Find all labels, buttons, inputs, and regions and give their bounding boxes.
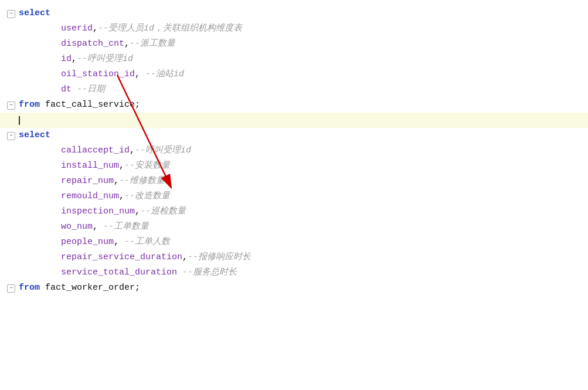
line-content-l2: userid,--受理人员id，关联组织机构维度表 bbox=[16, 22, 588, 36]
token-kw-blue: from bbox=[19, 100, 40, 110]
token-comment-cn: 维修数量 bbox=[130, 176, 165, 186]
token-text-black: , bbox=[135, 206, 140, 216]
line-content-l4: id,--呼叫受理id bbox=[16, 52, 588, 66]
code-line-l19: −from fact_worker_order; bbox=[0, 280, 588, 296]
token-comment-dash: -- bbox=[77, 54, 87, 64]
token-comment-dash: -- bbox=[119, 176, 130, 186]
token-comment-dash: -- bbox=[103, 222, 114, 232]
token-text-black bbox=[177, 267, 182, 277]
line-content-l13: remould_num,--改造数量 bbox=[16, 189, 588, 204]
token-comment-dash: -- bbox=[140, 206, 151, 216]
line-content-l7: from fact_call_service; bbox=[16, 98, 588, 112]
gutter-l9[interactable]: − bbox=[6, 132, 16, 140]
line-content-l16: people_num, --工单人数 bbox=[16, 235, 588, 249]
code-line-l9: −select bbox=[0, 128, 588, 143]
token-text-black: , bbox=[119, 161, 124, 171]
token-text-black: , bbox=[130, 145, 135, 155]
token-comment-cn: 服务总时长 bbox=[193, 267, 237, 277]
code-line-l3: dispatch_cnt,--派工数量 bbox=[0, 36, 588, 52]
code-line-l8 bbox=[0, 113, 588, 128]
token-kw-blue: select bbox=[19, 8, 50, 18]
line-content-l18: service_total_duration --服务总时长 bbox=[16, 266, 588, 280]
gutter-l7[interactable]: − bbox=[6, 101, 16, 110]
line-content-l12: repair_num,--维修数量 bbox=[16, 174, 588, 188]
token-kw-purple: oil_station_id bbox=[61, 69, 135, 79]
collapse-icon-l1[interactable]: − bbox=[7, 10, 15, 18]
code-line-l4: id,--呼叫受理id bbox=[0, 52, 588, 67]
token-text-black: , bbox=[119, 191, 124, 201]
token-text-black: , bbox=[93, 23, 98, 33]
token-kw-purple: callaccept_id bbox=[61, 145, 130, 155]
line-content-l6: dt --日期 bbox=[16, 83, 588, 97]
code-line-l5: oil_station_id, --油站id bbox=[0, 67, 588, 82]
token-kw-purple: service_total_duration bbox=[61, 267, 177, 277]
line-content-l17: repair_service_duration,--报修响应时长 bbox=[16, 250, 588, 264]
line-content-l15: wo_num, --工单数量 bbox=[16, 220, 588, 234]
token-comment-dash: -- bbox=[124, 191, 135, 201]
code-line-l15: wo_num, --工单数量 bbox=[0, 219, 588, 235]
collapse-icon-l7[interactable]: − bbox=[7, 101, 15, 110]
token-comment-cn: 呼叫受理id bbox=[145, 145, 191, 155]
line-content-l3: dispatch_cnt,--派工数量 bbox=[16, 37, 588, 51]
code-line-l18: service_total_duration --服务总时长 bbox=[0, 265, 588, 280]
code-line-l2: userid,--受理人员id，关联组织机构维度表 bbox=[0, 21, 588, 36]
collapse-icon-l9[interactable]: − bbox=[7, 132, 15, 140]
token-comment-dash: -- bbox=[77, 84, 87, 94]
token-comment-cn: 改造数量 bbox=[135, 191, 170, 201]
token-comment-dash: -- bbox=[182, 267, 193, 277]
token-comment-cn: 呼叫受理id bbox=[87, 54, 133, 64]
token-kw-purple: dt bbox=[61, 84, 72, 94]
line-content-l14: inspection_num,--巡检数量 bbox=[16, 205, 588, 219]
code-line-l10: callaccept_id,--呼叫受理id bbox=[0, 143, 588, 158]
line-content-l9: select bbox=[16, 128, 588, 143]
token-text-black: , bbox=[124, 39, 130, 49]
token-comment-cn: 巡检数量 bbox=[151, 206, 186, 216]
token-kw-purple: people_num bbox=[61, 237, 114, 247]
code-line-l13: remould_num,--改造数量 bbox=[0, 189, 588, 204]
token-text-black: , bbox=[93, 222, 103, 232]
code-line-l16: people_num, --工单人数 bbox=[0, 235, 588, 250]
token-comment-dash: -- bbox=[124, 161, 135, 171]
line-content-l1: select bbox=[16, 6, 588, 21]
token-kw-purple: install_num bbox=[61, 161, 119, 171]
token-kw-blue: from bbox=[19, 283, 40, 293]
token-text-black bbox=[72, 84, 77, 94]
token-text-black: , bbox=[114, 176, 119, 186]
token-kw-purple: id bbox=[61, 54, 72, 64]
token-kw-purple: inspection_num bbox=[61, 206, 135, 216]
line-content-l8 bbox=[16, 113, 588, 127]
code-line-l17: repair_service_duration,--报修响应时长 bbox=[0, 250, 588, 265]
token-comment-cn: 日期 bbox=[87, 84, 105, 94]
gutter-l1[interactable]: − bbox=[6, 10, 16, 18]
token-text-black: , bbox=[72, 54, 77, 64]
code-editor: −select userid,--受理人员id，关联组织机构维度表 dispat… bbox=[0, 0, 588, 390]
token-text-black: , bbox=[114, 237, 124, 247]
token-comment-dash: -- bbox=[188, 252, 198, 262]
token-kw-purple: userid bbox=[61, 23, 93, 33]
token-comment-dash: -- bbox=[124, 237, 135, 247]
token-comment-dash: -- bbox=[145, 69, 156, 79]
token-text-black: , bbox=[182, 252, 188, 262]
token-comment-cn: 安装数量 bbox=[135, 161, 170, 171]
token-text-black: , bbox=[135, 69, 145, 79]
token-comment-cn: 报修响应时长 bbox=[198, 252, 251, 262]
collapse-icon-l19[interactable]: − bbox=[7, 284, 15, 293]
line-content-l11: install_num,--安装数量 bbox=[16, 159, 588, 173]
code-line-l6: dt --日期 bbox=[0, 82, 588, 97]
token-kw-purple: wo_num bbox=[61, 222, 93, 232]
token-comment-dash: -- bbox=[130, 39, 140, 49]
token-kw-purple: remould_num bbox=[61, 191, 119, 201]
line-content-l10: callaccept_id,--呼叫受理id bbox=[16, 144, 588, 158]
token-comment-cn: 油站id bbox=[156, 69, 184, 79]
code-line-l1: −select bbox=[0, 6, 588, 21]
code-line-l11: install_num,--安装数量 bbox=[0, 158, 588, 174]
token-comment-cn: 派工数量 bbox=[140, 39, 175, 49]
token-kw-purple: repair_service_duration bbox=[61, 252, 182, 262]
text-cursor bbox=[19, 116, 20, 125]
code-line-l12: repair_num,--维修数量 bbox=[0, 174, 588, 189]
line-content-l19: from fact_worker_order; bbox=[16, 281, 588, 295]
gutter-l19[interactable]: − bbox=[6, 284, 16, 293]
token-comment-cn: 受理人员id，关联组织机构维度表 bbox=[108, 23, 242, 33]
token-comment-cn: 工单人数 bbox=[135, 237, 170, 247]
token-comment-dash: -- bbox=[98, 23, 108, 33]
